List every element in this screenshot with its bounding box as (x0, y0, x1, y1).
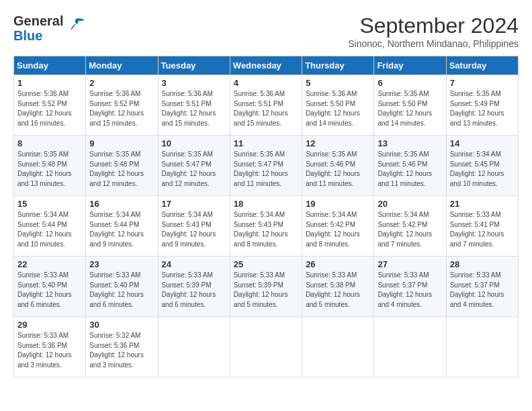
month-year-title: September 2024 (348, 13, 519, 38)
table-row (230, 317, 302, 377)
day-number: 3 (162, 78, 226, 88)
day-number: 26 (306, 259, 370, 269)
calendar-header-row: Sunday Monday Tuesday Wednesday Thursday… (14, 56, 519, 75)
day-number: 10 (162, 138, 226, 148)
table-row (446, 317, 518, 377)
day-number: 18 (234, 199, 298, 209)
day-number: 23 (89, 259, 154, 269)
day-number: 29 (17, 320, 82, 330)
table-row (374, 317, 446, 377)
day-number: 11 (234, 138, 298, 148)
col-thursday: Thursday (302, 56, 374, 75)
day-detail: Sunrise: 5:36 AM Sunset: 5:50 PM Dayligh… (306, 89, 370, 128)
day-number: 30 (89, 320, 154, 330)
table-row: 18Sunrise: 5:34 AM Sunset: 5:43 PM Dayli… (230, 196, 302, 257)
table-row: 19Sunrise: 5:34 AM Sunset: 5:42 PM Dayli… (302, 196, 374, 257)
day-detail: Sunrise: 5:33 AM Sunset: 5:39 PM Dayligh… (234, 271, 298, 310)
day-detail: Sunrise: 5:35 AM Sunset: 5:46 PM Dayligh… (306, 150, 370, 189)
table-row: 27Sunrise: 5:33 AM Sunset: 5:37 PM Dayli… (374, 257, 446, 317)
day-detail: Sunrise: 5:36 AM Sunset: 5:52 PM Dayligh… (89, 89, 154, 128)
day-number: 6 (378, 78, 442, 88)
day-number: 28 (450, 259, 515, 269)
day-number: 14 (450, 138, 515, 148)
day-detail: Sunrise: 5:36 AM Sunset: 5:51 PM Dayligh… (162, 89, 226, 128)
table-row: 10Sunrise: 5:35 AM Sunset: 5:47 PM Dayli… (158, 136, 230, 196)
table-row: 8Sunrise: 5:35 AM Sunset: 5:48 PM Daylig… (14, 136, 86, 196)
table-row: 21Sunrise: 5:33 AM Sunset: 5:41 PM Dayli… (446, 196, 518, 257)
day-detail: Sunrise: 5:34 AM Sunset: 5:43 PM Dayligh… (162, 210, 226, 249)
calendar-week-1: 1Sunrise: 5:36 AM Sunset: 5:52 PM Daylig… (14, 75, 519, 136)
calendar-week-4: 22Sunrise: 5:33 AM Sunset: 5:40 PM Dayli… (14, 257, 519, 317)
calendar-table: Sunday Monday Tuesday Wednesday Thursday… (13, 56, 519, 377)
title-block: September 2024 Sinonoc, Northern Mindana… (348, 13, 519, 49)
logo: General Blue (13, 13, 86, 43)
day-number: 8 (17, 138, 82, 148)
day-detail: Sunrise: 5:35 AM Sunset: 5:48 PM Dayligh… (89, 150, 154, 189)
table-row: 28Sunrise: 5:33 AM Sunset: 5:37 PM Dayli… (446, 257, 518, 317)
day-detail: Sunrise: 5:35 AM Sunset: 5:48 PM Dayligh… (17, 150, 82, 189)
day-detail: Sunrise: 5:34 AM Sunset: 5:45 PM Dayligh… (450, 150, 515, 189)
table-row: 2Sunrise: 5:36 AM Sunset: 5:52 PM Daylig… (86, 75, 158, 136)
col-sunday: Sunday (14, 56, 86, 75)
table-row: 11Sunrise: 5:35 AM Sunset: 5:47 PM Dayli… (230, 136, 302, 196)
day-number: 1 (17, 78, 82, 88)
table-row: 12Sunrise: 5:35 AM Sunset: 5:46 PM Dayli… (302, 136, 374, 196)
col-monday: Monday (86, 56, 158, 75)
table-row: 15Sunrise: 5:34 AM Sunset: 5:44 PM Dayli… (14, 196, 86, 257)
table-row: 22Sunrise: 5:33 AM Sunset: 5:40 PM Dayli… (14, 257, 86, 317)
table-row (158, 317, 230, 377)
table-row: 26Sunrise: 5:33 AM Sunset: 5:38 PM Dayli… (302, 257, 374, 317)
day-number: 16 (89, 199, 154, 209)
day-detail: Sunrise: 5:35 AM Sunset: 5:49 PM Dayligh… (450, 89, 515, 128)
day-detail: Sunrise: 5:34 AM Sunset: 5:44 PM Dayligh… (89, 210, 154, 249)
day-number: 21 (450, 199, 515, 209)
day-number: 12 (306, 138, 370, 148)
day-number: 27 (378, 259, 442, 269)
table-row: 5Sunrise: 5:36 AM Sunset: 5:50 PM Daylig… (302, 75, 374, 136)
logo-bird-icon (66, 17, 86, 32)
table-row: 1Sunrise: 5:36 AM Sunset: 5:52 PM Daylig… (14, 75, 86, 136)
table-row: 30Sunrise: 5:32 AM Sunset: 5:36 PM Dayli… (86, 317, 158, 377)
table-row: 4Sunrise: 5:36 AM Sunset: 5:51 PM Daylig… (230, 75, 302, 136)
calendar-week-3: 15Sunrise: 5:34 AM Sunset: 5:44 PM Dayli… (14, 196, 519, 257)
col-saturday: Saturday (446, 56, 518, 75)
day-detail: Sunrise: 5:33 AM Sunset: 5:40 PM Dayligh… (17, 271, 82, 310)
day-detail: Sunrise: 5:33 AM Sunset: 5:37 PM Dayligh… (378, 271, 442, 310)
day-detail: Sunrise: 5:33 AM Sunset: 5:39 PM Dayligh… (162, 271, 226, 310)
day-number: 22 (17, 259, 82, 269)
table-row: 20Sunrise: 5:34 AM Sunset: 5:42 PM Dayli… (374, 196, 446, 257)
day-number: 13 (378, 138, 442, 148)
table-row: 16Sunrise: 5:34 AM Sunset: 5:44 PM Dayli… (86, 196, 158, 257)
calendar-week-2: 8Sunrise: 5:35 AM Sunset: 5:48 PM Daylig… (14, 136, 519, 196)
day-number: 2 (89, 78, 154, 88)
day-detail: Sunrise: 5:34 AM Sunset: 5:42 PM Dayligh… (306, 210, 370, 249)
table-row: 9Sunrise: 5:35 AM Sunset: 5:48 PM Daylig… (86, 136, 158, 196)
day-number: 15 (17, 199, 82, 209)
day-number: 5 (306, 78, 370, 88)
day-detail: Sunrise: 5:35 AM Sunset: 5:50 PM Dayligh… (378, 89, 442, 128)
day-number: 20 (378, 199, 442, 209)
day-number: 9 (89, 138, 154, 148)
location-subtitle: Sinonoc, Northern Mindanao, Philippines (348, 38, 519, 49)
day-number: 24 (162, 259, 226, 269)
day-detail: Sunrise: 5:33 AM Sunset: 5:41 PM Dayligh… (450, 210, 515, 249)
table-row: 3Sunrise: 5:36 AM Sunset: 5:51 PM Daylig… (158, 75, 230, 136)
day-detail: Sunrise: 5:36 AM Sunset: 5:52 PM Dayligh… (17, 89, 82, 128)
table-row: 7Sunrise: 5:35 AM Sunset: 5:49 PM Daylig… (446, 75, 518, 136)
logo-general: General (13, 13, 63, 28)
calendar-week-5: 29Sunrise: 5:33 AM Sunset: 5:36 PM Dayli… (14, 317, 519, 377)
day-detail: Sunrise: 5:35 AM Sunset: 5:47 PM Dayligh… (234, 150, 298, 189)
col-wednesday: Wednesday (230, 56, 302, 75)
day-detail: Sunrise: 5:35 AM Sunset: 5:47 PM Dayligh… (162, 150, 226, 189)
day-number: 7 (450, 78, 515, 88)
day-detail: Sunrise: 5:36 AM Sunset: 5:51 PM Dayligh… (234, 89, 298, 128)
table-row: 14Sunrise: 5:34 AM Sunset: 5:45 PM Dayli… (446, 136, 518, 196)
table-row: 13Sunrise: 5:35 AM Sunset: 5:46 PM Dayli… (374, 136, 446, 196)
day-number: 19 (306, 199, 370, 209)
table-row: 6Sunrise: 5:35 AM Sunset: 5:50 PM Daylig… (374, 75, 446, 136)
day-detail: Sunrise: 5:34 AM Sunset: 5:44 PM Dayligh… (17, 210, 82, 249)
day-detail: Sunrise: 5:33 AM Sunset: 5:38 PM Dayligh… (306, 271, 370, 310)
day-number: 4 (234, 78, 298, 88)
table-row (302, 317, 374, 377)
day-number: 25 (234, 259, 298, 269)
